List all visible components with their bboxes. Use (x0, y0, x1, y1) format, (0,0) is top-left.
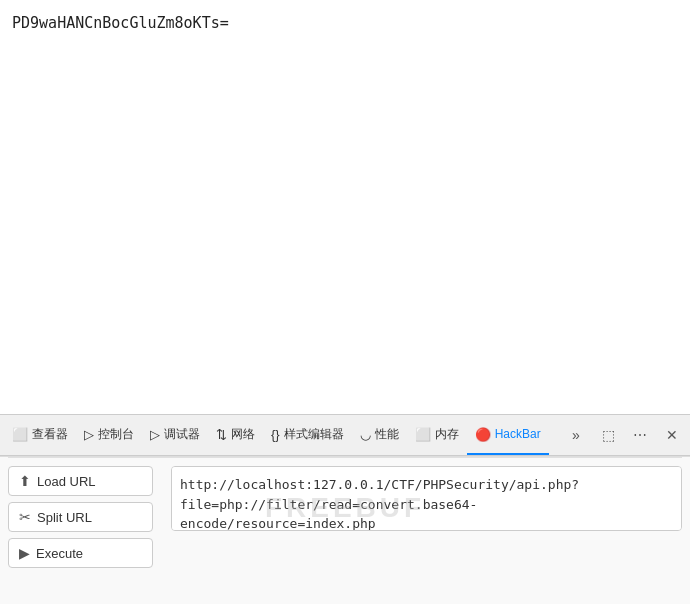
toolbar-item-inspector[interactable]: ⬜ 查看器 (4, 415, 76, 455)
style-label: 样式编辑器 (284, 426, 344, 443)
network-label: 网络 (231, 426, 255, 443)
toolbar-right-controls: » ⬚ ⋯ ✕ (562, 421, 686, 449)
encoded-text: PD9waHANCnBocGluZm8oKTs= (12, 14, 678, 32)
memory-label: 内存 (435, 426, 459, 443)
execute-label: Execute (36, 546, 83, 561)
hackbar-buttons: ⬆ Load URL ✂ Split URL ▶ Execute (8, 466, 163, 597)
more-icon: » (572, 427, 580, 443)
toolbar-item-memory[interactable]: ⬜ 内存 (407, 415, 467, 455)
main-content: PD9waHANCnBocGluZm8oKTs= (0, 0, 690, 420)
hackbar-inner: ⬆ Load URL ✂ Split URL ▶ Execute (0, 458, 690, 604)
more-tools-button[interactable]: » (562, 421, 590, 449)
toolbar-item-debugger[interactable]: ▷ 调试器 (142, 415, 208, 455)
hackbar-panel: ⬆ Load URL ✂ Split URL ▶ Execute (0, 456, 690, 604)
hackbar-icon: 🔴 (475, 427, 491, 442)
toolbar-item-performance[interactable]: ◡ 性能 (352, 415, 407, 455)
dock-button[interactable]: ⬚ (594, 421, 622, 449)
hackbar-url-area (171, 466, 682, 597)
toolbar-item-hackbar[interactable]: 🔴 HackBar (467, 415, 549, 455)
split-url-button[interactable]: ✂ Split URL (8, 502, 153, 532)
style-icon: {} (271, 427, 280, 442)
toolbar-item-console[interactable]: ▷ 控制台 (76, 415, 142, 455)
split-url-label: Split URL (37, 510, 92, 525)
close-icon: ✕ (666, 427, 678, 443)
toolbar-item-style-editor[interactable]: {} 样式编辑器 (263, 415, 352, 455)
performance-icon: ◡ (360, 427, 371, 442)
console-label: 控制台 (98, 426, 134, 443)
memory-icon: ⬜ (415, 427, 431, 442)
execute-icon: ▶ (19, 545, 30, 561)
console-icon: ▷ (84, 427, 94, 442)
load-url-label: Load URL (37, 474, 96, 489)
inspector-icon: ⬜ (12, 427, 28, 442)
load-url-button[interactable]: ⬆ Load URL (8, 466, 153, 496)
load-url-icon: ⬆ (19, 473, 31, 489)
inspector-label: 查看器 (32, 426, 68, 443)
overflow-button[interactable]: ⋯ (626, 421, 654, 449)
devtools-toolbar: ⬜ 查看器 ▷ 控制台 ▷ 调试器 ⇅ 网络 {} 样式编辑器 ◡ 性能 ⬜ 内… (0, 414, 690, 456)
network-icon: ⇅ (216, 427, 227, 442)
overflow-icon: ⋯ (633, 427, 647, 443)
performance-label: 性能 (375, 426, 399, 443)
execute-button[interactable]: ▶ Execute (8, 538, 153, 568)
split-url-icon: ✂ (19, 509, 31, 525)
url-input[interactable] (171, 466, 682, 531)
toolbar-item-network[interactable]: ⇅ 网络 (208, 415, 263, 455)
close-devtools-button[interactable]: ✕ (658, 421, 686, 449)
hackbar-label: HackBar (495, 427, 541, 441)
debugger-icon: ▷ (150, 427, 160, 442)
dock-icon: ⬚ (602, 427, 615, 443)
debugger-label: 调试器 (164, 426, 200, 443)
